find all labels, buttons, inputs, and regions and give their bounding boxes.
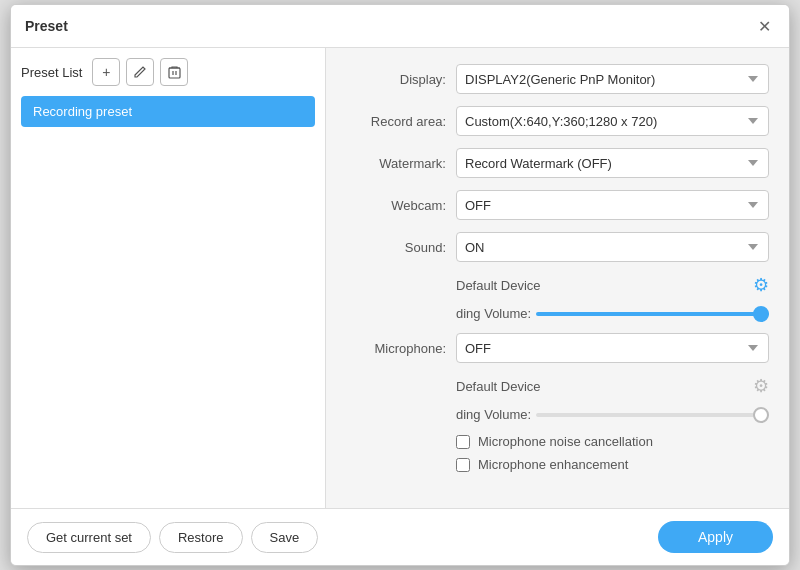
delete-icon (168, 65, 181, 79)
dialog-title: Preset (25, 18, 68, 34)
title-bar: Preset ✕ (11, 5, 789, 48)
sound-settings-icon[interactable]: ⚙ (753, 274, 769, 296)
record-area-select[interactable]: Custom(X:640,Y:360;1280 x 720) (456, 106, 769, 136)
watermark-select[interactable]: Record Watermark (OFF) (456, 148, 769, 178)
display-label: Display: (346, 72, 456, 87)
sound-select[interactable]: ON (456, 232, 769, 262)
preset-list-label: Preset List (21, 65, 82, 80)
sound-device-row: Default Device ⚙ (346, 274, 769, 296)
close-button[interactable]: ✕ (753, 15, 775, 37)
display-select[interactable]: DISPLAY2(Generic PnP Monitor) (456, 64, 769, 94)
right-panel: Display: DISPLAY2(Generic PnP Monitor) R… (326, 48, 789, 508)
sound-volume-label: ding Volume: (456, 306, 536, 321)
enhancement-checkbox[interactable] (456, 458, 470, 472)
webcam-select[interactable]: OFF (456, 190, 769, 220)
watermark-label: Watermark: (346, 156, 456, 171)
microphone-device-row: Default Device ⚙ (346, 375, 769, 397)
dialog-body: Preset List + Recording preset (11, 48, 789, 508)
watermark-row: Watermark: Record Watermark (OFF) (346, 148, 769, 178)
recording-preset-item[interactable]: Recording preset (21, 96, 315, 127)
restore-button[interactable]: Restore (159, 522, 243, 553)
preset-dialog: Preset ✕ Preset List + (10, 4, 790, 566)
microphone-settings-icon: ⚙ (753, 375, 769, 397)
get-current-set-button[interactable]: Get current set (27, 522, 151, 553)
sound-row: Sound: ON (346, 232, 769, 262)
edit-icon (133, 65, 147, 79)
noise-cancellation-checkbox[interactable] (456, 435, 470, 449)
microphone-volume-row: ding Volume: (346, 407, 769, 422)
sound-volume-slider[interactable] (536, 312, 769, 316)
microphone-volume-label: ding Volume: (456, 407, 536, 422)
record-area-row: Record area: Custom(X:640,Y:360;1280 x 7… (346, 106, 769, 136)
microphone-row: Microphone: OFF (346, 333, 769, 363)
preset-list-header: Preset List + (21, 58, 315, 86)
delete-preset-button[interactable] (160, 58, 188, 86)
webcam-row: Webcam: OFF (346, 190, 769, 220)
microphone-default-device: Default Device (456, 379, 541, 394)
webcam-label: Webcam: (346, 198, 456, 213)
microphone-select[interactable]: OFF (456, 333, 769, 363)
microphone-label: Microphone: (346, 341, 456, 356)
enhancement-label: Microphone enhancement (478, 457, 628, 472)
noise-cancellation-row: Microphone noise cancellation (346, 434, 769, 449)
svg-rect-0 (169, 68, 180, 78)
microphone-volume-slider[interactable] (536, 413, 769, 417)
save-button[interactable]: Save (251, 522, 319, 553)
sound-label: Sound: (346, 240, 456, 255)
record-area-label: Record area: (346, 114, 456, 129)
enhancement-row: Microphone enhancement (346, 457, 769, 472)
dialog-footer: Get current set Restore Save Apply (11, 508, 789, 565)
apply-button[interactable]: Apply (658, 521, 773, 553)
noise-cancellation-label: Microphone noise cancellation (478, 434, 653, 449)
edit-preset-button[interactable] (126, 58, 154, 86)
sound-volume-row: ding Volume: (346, 306, 769, 321)
display-row: Display: DISPLAY2(Generic PnP Monitor) (346, 64, 769, 94)
sound-default-device: Default Device (456, 278, 541, 293)
left-panel: Preset List + Recording preset (11, 48, 326, 508)
add-preset-button[interactable]: + (92, 58, 120, 86)
